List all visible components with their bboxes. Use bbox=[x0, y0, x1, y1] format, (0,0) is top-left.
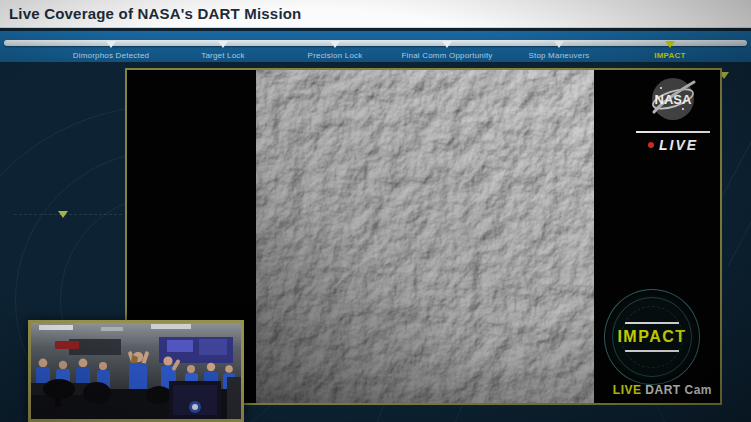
timeline-label: Target Lock bbox=[201, 51, 245, 60]
timeline-marker-stop-maneuvers bbox=[554, 41, 564, 48]
mission-timeline: Dimorphos Detected Target Lock Precision… bbox=[0, 31, 751, 62]
caption-live-label: LIVE bbox=[613, 383, 642, 397]
impact-rule-top bbox=[625, 322, 679, 324]
live-dot-icon bbox=[648, 142, 654, 148]
impact-rule-bottom bbox=[625, 350, 679, 352]
timeline-marker-final-comm bbox=[442, 41, 452, 48]
impact-status-badge: IMPACT bbox=[604, 289, 700, 385]
svg-text:NASA: NASA bbox=[655, 92, 692, 107]
bg-triangle-accent-left bbox=[58, 211, 68, 218]
timeline-marker-impact bbox=[665, 41, 675, 48]
nasa-brand-block: NASA LIVE bbox=[632, 76, 714, 153]
impact-label: IMPACT bbox=[617, 328, 686, 346]
page-title: Live Coverage of NASA's DART Mission bbox=[9, 5, 302, 22]
caption-camera-label: DART Cam bbox=[645, 383, 712, 397]
timeline-label: Dimorphos Detected bbox=[73, 51, 150, 60]
timeline-label: Final Comm Opportunity bbox=[401, 51, 492, 60]
live-indicator: LIVE bbox=[632, 137, 714, 153]
timeline-label: Stop Maneuvers bbox=[528, 51, 589, 60]
bg-dashed-line bbox=[14, 214, 122, 215]
brand-divider bbox=[636, 131, 710, 133]
camera-caption: LIVE DART Cam bbox=[613, 383, 712, 397]
timeline-marker-target-lock bbox=[218, 41, 228, 48]
nasa-meatball-logo-icon: NASA bbox=[650, 76, 696, 122]
timeline-label: Precision Lock bbox=[308, 51, 363, 60]
mission-control-scene bbox=[31, 323, 241, 419]
mission-control-pip[interactable] bbox=[28, 320, 244, 422]
bg-diagonal-line bbox=[728, 204, 751, 266]
asteroid-surface-texture bbox=[256, 70, 594, 403]
asteroid-surface-view bbox=[256, 70, 594, 403]
timeline-marker-precision-lock bbox=[330, 41, 340, 48]
live-label: LIVE bbox=[659, 137, 698, 153]
page-title-bar: Live Coverage of NASA's DART Mission bbox=[0, 0, 751, 28]
timeline-marker-dimorphos-detected bbox=[106, 41, 116, 48]
broadcast-page: Live Coverage of NASA's DART Mission Dim… bbox=[0, 0, 751, 422]
timeline-label-impact: IMPACT bbox=[654, 51, 685, 60]
